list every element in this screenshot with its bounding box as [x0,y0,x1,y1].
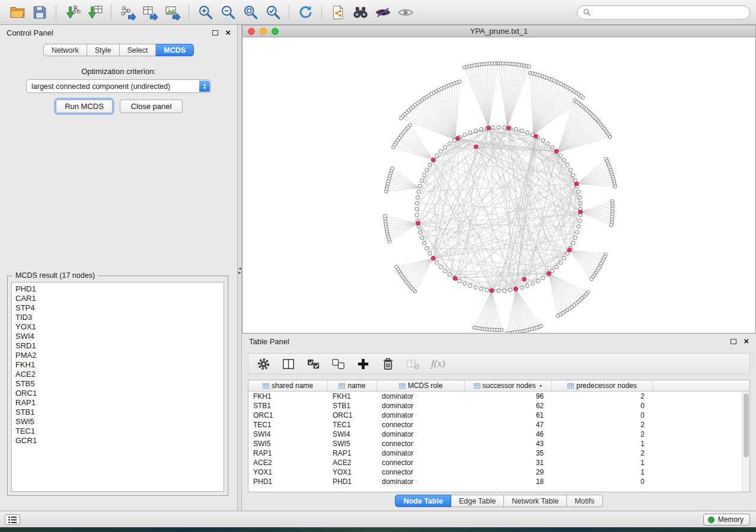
close-window-icon[interactable] [248,28,255,35]
binoculars-search-button[interactable] [349,2,372,23]
network-node[interactable] [503,126,506,129]
mcds-result-item[interactable]: STP4 [15,303,224,313]
network-graph[interactable] [243,37,755,333]
mcds-result-item[interactable]: FKH1 [15,360,224,370]
table-row[interactable]: SWI5SWI5connector431 [248,439,742,448]
network-hub-node[interactable] [506,126,511,130]
network-node[interactable] [418,230,422,234]
network-node[interactable] [474,129,477,132]
panel-list-button[interactable] [5,514,20,525]
network-node[interactable] [541,276,545,280]
maximize-window-icon[interactable] [272,28,279,35]
search-field[interactable] [577,5,750,20]
table-row[interactable]: RAP1RAP1dominator352 [248,448,742,458]
network-node[interactable] [422,174,426,177]
network-node[interactable] [468,131,472,134]
minimize-window-icon[interactable] [260,28,267,35]
network-node[interactable] [546,142,550,145]
mcds-result-item[interactable]: SWI5 [15,417,224,427]
deselect-all-button[interactable] [331,357,345,371]
mcds-result-item[interactable]: YOX1 [15,322,224,332]
network-node[interactable] [497,289,500,293]
zoom-in-button[interactable] [194,2,216,23]
network-node[interactable] [391,166,394,170]
network-node[interactable] [409,123,412,127]
network-node[interactable] [556,314,560,318]
network-node[interactable] [463,281,467,285]
network-node[interactable] [439,149,442,153]
tab-network[interactable]: Network [43,44,87,56]
table-row[interactable]: TEC1TEC1connector472 [248,420,742,430]
network-node[interactable] [422,241,426,245]
network-node[interactable] [415,207,419,211]
network-node[interactable] [554,265,558,268]
network-node[interactable] [571,241,575,245]
optimization-criterion-dropdown[interactable]: largest connected component (undirected)… [26,79,211,93]
table-row[interactable]: YOX1YOX1connector291 [248,467,742,477]
network-node[interactable] [468,284,472,287]
network-hub-node[interactable] [579,210,583,214]
column-header-shared-name[interactable]: shared name [248,380,328,391]
network-node[interactable] [435,261,439,264]
network-node[interactable] [590,277,594,281]
column-header-predecessor-nodes[interactable]: predecessor nodes [552,380,653,391]
network-node[interactable] [474,286,477,289]
tab-network-table[interactable]: Network Table [504,495,567,507]
delete-column-button[interactable] [381,357,395,371]
scrollbar-thumb[interactable] [744,393,749,457]
network-node[interactable] [562,158,566,162]
run-mcds-button[interactable]: Run MCDS [56,100,113,113]
select-all-button[interactable] [307,357,320,371]
memory-button[interactable]: Memory [703,514,750,525]
table-row[interactable]: PHD1PHD1dominator180 [248,477,742,486]
network-node[interactable] [578,219,581,223]
network-node[interactable] [520,286,524,289]
network-hub-node[interactable] [431,257,435,261]
network-node[interactable] [566,163,569,166]
network-node[interactable] [428,163,432,166]
sort-chevron-icon[interactable]: ▼ [539,384,543,388]
column-header-MCDS-role[interactable]: MCDS role [377,380,465,391]
tab-select[interactable]: Select [120,44,157,56]
column-header-successor-nodes[interactable]: successor nodes▼ [465,380,552,391]
float-panel-icon[interactable] [731,339,736,344]
network-node[interactable] [503,289,506,293]
network-hub-node[interactable] [567,248,572,252]
network-hub-node[interactable] [547,271,551,275]
network-node[interactable] [458,80,461,84]
network-node[interactable] [458,279,461,283]
network-node[interactable] [417,190,420,194]
network-node[interactable] [485,288,489,291]
show-columns-button[interactable] [282,357,295,371]
table-scrollbar[interactable] [742,392,749,492]
mcds-result-item[interactable]: RAP1 [15,398,224,408]
dropdown-stepper-icon[interactable]: ▲▼ [199,81,210,92]
network-node[interactable] [497,126,500,129]
network-node[interactable] [439,265,442,268]
mcds-result-item[interactable]: PMA2 [15,351,224,360]
network-node[interactable] [428,252,432,255]
panel-splitter[interactable]: ◀▶ [238,25,242,511]
network-node[interactable] [425,246,429,250]
close-panel-icon[interactable]: × [225,30,231,36]
table-settings-button[interactable] [257,357,270,371]
network-node[interactable] [559,261,562,264]
network-node[interactable] [395,265,398,269]
network-node[interactable] [613,185,617,188]
network-node[interactable] [509,288,512,291]
network-hub-node[interactable] [575,182,579,186]
mcds-result-item[interactable]: STB5 [15,379,224,389]
network-node[interactable] [480,287,483,291]
mcds-result-list[interactable]: PHD1CAR1STP4TID3YOX1SWI4SRD1PMA2FKH1ACE2… [11,282,224,492]
splitter-grip-icon[interactable]: ◀▶ [238,267,241,275]
network-node[interactable] [520,129,524,132]
network-node[interactable] [418,184,422,188]
network-node[interactable] [525,131,529,134]
zoom-selected-button[interactable] [261,2,284,23]
network-hub-node[interactable] [522,277,527,281]
network-node[interactable] [541,139,545,142]
network-node[interactable] [578,196,581,199]
network-node[interactable] [525,284,529,287]
network-node[interactable] [415,213,419,217]
network-node[interactable] [420,236,424,239]
